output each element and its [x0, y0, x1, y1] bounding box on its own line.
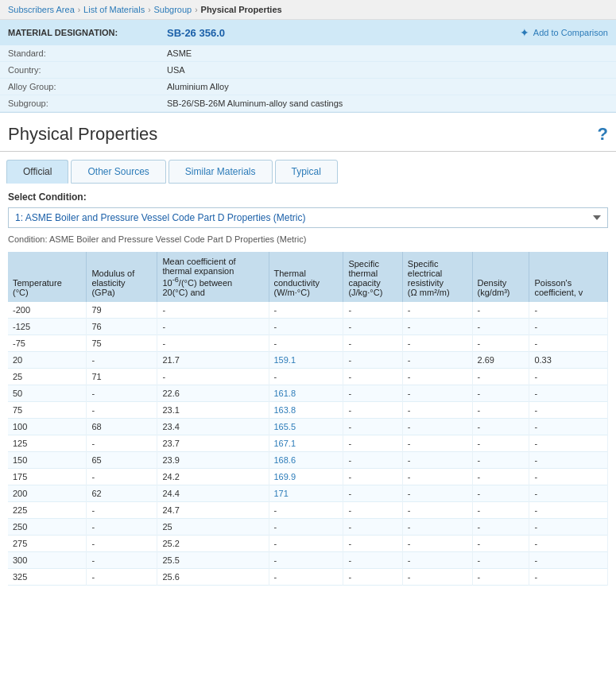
properties-table: Temperature(°C) Modulus ofelasticity(GPa…: [8, 252, 608, 586]
table-cell: -: [529, 368, 608, 385]
breadcrumb-current: Physical Properties: [201, 5, 282, 14]
table-cell: -: [87, 401, 157, 418]
table-cell: 165.5: [269, 418, 343, 435]
col-thermal-conductivity: Thermalconductivity(W/m·°C): [269, 252, 343, 302]
table-cell: 150: [8, 451, 87, 468]
table-row: 20-21.7159.1--2.690.33: [8, 351, 608, 368]
table-cell: 167.1: [269, 435, 343, 451]
table-cell: 24.7: [157, 501, 269, 518]
country-label: Country:: [8, 65, 167, 75]
subgroup-row: Subgroup: SB-26/SB-26M Aluminum-alloy sa…: [0, 95, 616, 112]
tab-typical[interactable]: Typical: [275, 160, 338, 184]
table-row: 2006224.4171----: [8, 485, 608, 501]
tabs-container: Official Other Sources Similar Materials…: [6, 160, 610, 184]
table-cell: -: [269, 302, 343, 319]
table-cell: 20: [8, 351, 87, 368]
table-cell: -: [529, 435, 608, 451]
table-cell: -200: [8, 302, 87, 319]
table-cell: -: [472, 501, 529, 518]
table-cell: -: [343, 501, 402, 518]
table-cell: -: [343, 568, 402, 585]
table-cell: 23.1: [157, 401, 269, 418]
table-cell: -: [87, 501, 157, 518]
table-cell: -: [402, 318, 472, 335]
add-comparison-icon: ✦: [520, 26, 529, 39]
table-cell: -: [529, 385, 608, 401]
breadcrumb-subscribers-area[interactable]: Subscribers Area: [8, 5, 75, 14]
table-cell: -: [269, 568, 343, 585]
table-cell: -: [529, 451, 608, 468]
table-cell: -: [269, 535, 343, 551]
table-cell: 79: [87, 302, 157, 319]
table-cell: 171: [269, 485, 343, 501]
table-cell: -: [343, 518, 402, 535]
condition-dropdown[interactable]: 1: ASME Boiler and Pressure Vessel Code …: [8, 207, 608, 228]
table-cell: -: [402, 302, 472, 319]
col-temperature: Temperature(°C): [8, 252, 87, 302]
table-row: -20079------: [8, 302, 608, 319]
country-value: USA: [167, 65, 185, 75]
table-cell: -: [343, 451, 402, 468]
table-cell: 25.2: [157, 535, 269, 551]
table-cell: 21.7: [157, 351, 269, 368]
table-cell: 75: [87, 335, 157, 351]
add-to-comparison-button[interactable]: ✦ Add to Comparison: [520, 26, 608, 39]
table-cell: -: [343, 368, 402, 385]
table-cell: -: [343, 401, 402, 418]
table-cell: 23.9: [157, 451, 269, 468]
table-cell: -: [402, 518, 472, 535]
table-cell: 159.1: [269, 351, 343, 368]
select-condition-label: Select Condition:: [8, 191, 608, 203]
standard-label: Standard:: [8, 48, 167, 58]
table-row: 1506523.9168.6----: [8, 451, 608, 468]
col-electrical-resistivity: Specificelectricalresistivity(Ω mm²/m): [402, 252, 472, 302]
table-cell: -: [269, 335, 343, 351]
table-cell: 76: [87, 318, 157, 335]
table-cell: -: [269, 368, 343, 385]
table-cell: -: [402, 551, 472, 568]
table-cell: -: [529, 318, 608, 335]
table-cell: -: [529, 418, 608, 435]
table-cell: 25: [157, 518, 269, 535]
table-cell: -: [269, 551, 343, 568]
table-cell: -: [157, 368, 269, 385]
table-cell: -: [157, 318, 269, 335]
divider: [0, 151, 616, 152]
table-cell: 163.8: [269, 401, 343, 418]
designation-value: SB-26 356.0: [167, 27, 520, 39]
table-cell: -: [529, 468, 608, 485]
table-cell: 22.6: [157, 385, 269, 401]
table-cell: 2.69: [472, 351, 529, 368]
table-cell: -: [529, 551, 608, 568]
breadcrumb: Subscribers Area › List of Materials › S…: [0, 0, 616, 20]
tab-other-sources[interactable]: Other Sources: [71, 160, 165, 184]
col-poissons: Poisson'scoefficient, v: [529, 252, 608, 302]
table-cell: -: [87, 535, 157, 551]
table-cell: -: [402, 335, 472, 351]
tab-similar-materials[interactable]: Similar Materials: [169, 160, 273, 184]
table-row: 75-23.1163.8----: [8, 401, 608, 418]
help-icon[interactable]: ?: [598, 124, 608, 145]
page-title-section: Physical Properties ?: [0, 113, 616, 148]
col-density: Density(kg/dm³): [472, 252, 529, 302]
table-cell: 25.5: [157, 551, 269, 568]
table-cell: 275: [8, 535, 87, 551]
table-row: 175-24.2169.9----: [8, 468, 608, 485]
table-cell: -: [529, 535, 608, 551]
table-cell: -: [157, 302, 269, 319]
table-cell: 200: [8, 485, 87, 501]
breadcrumb-subgroup[interactable]: Subgroup: [153, 5, 192, 14]
table-cell: -: [472, 318, 529, 335]
table-row: 1006823.4165.5----: [8, 418, 608, 435]
table-cell: -: [402, 351, 472, 368]
material-designation-row: MATERIAL DESIGNATION: SB-26 356.0 ✦ Add …: [0, 20, 616, 45]
tab-official[interactable]: Official: [6, 160, 68, 184]
table-cell: -: [402, 468, 472, 485]
table-row: 300-25.5-----: [8, 551, 608, 568]
breadcrumb-list-of-materials[interactable]: List of Materials: [83, 5, 145, 14]
material-header: MATERIAL DESIGNATION: SB-26 356.0 ✦ Add …: [0, 20, 616, 113]
table-cell: -: [343, 335, 402, 351]
col-modulus: Modulus ofelasticity(GPa): [87, 252, 157, 302]
add-comparison-label: Add to Comparison: [533, 28, 608, 37]
table-row: -12576------: [8, 318, 608, 335]
